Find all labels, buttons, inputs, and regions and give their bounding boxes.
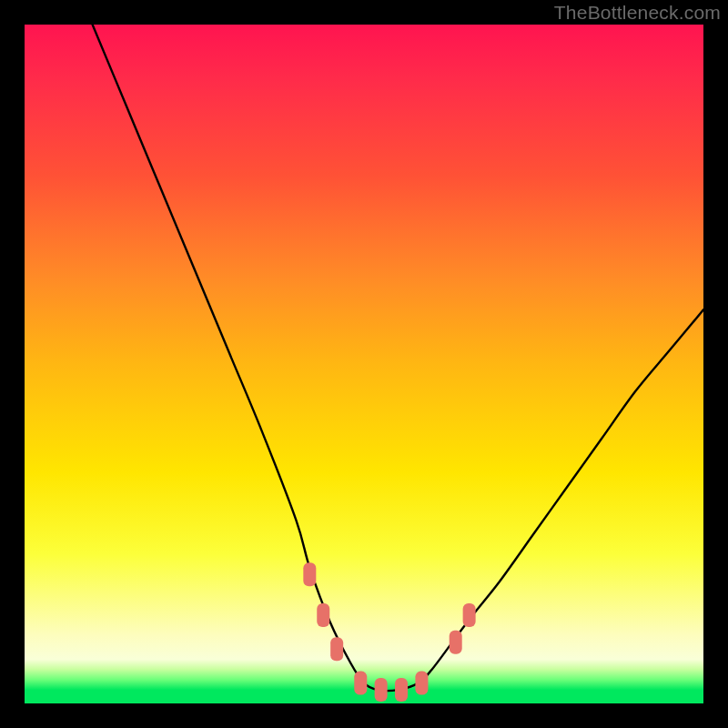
bottleneck-curve [93,25,703,691]
marker-left-upper [303,562,316,586]
marker-valley-left [354,672,367,695]
marker-left-mid [317,603,329,627]
marker-left-lower [330,637,343,661]
watermark-text: TheBottleneck.com [554,2,721,24]
marker-valley-right [415,672,428,695]
outer-frame: TheBottleneck.com [0,0,728,728]
chart-svg [25,25,703,703]
marker-right-upper [463,603,476,627]
marker-right-lower [450,631,462,654]
marker-valley-mid1 [375,678,388,702]
marker-valley-mid2 [395,678,408,702]
marker-layer [303,562,475,702]
plot-area [25,25,703,703]
curve-layer [93,25,703,691]
